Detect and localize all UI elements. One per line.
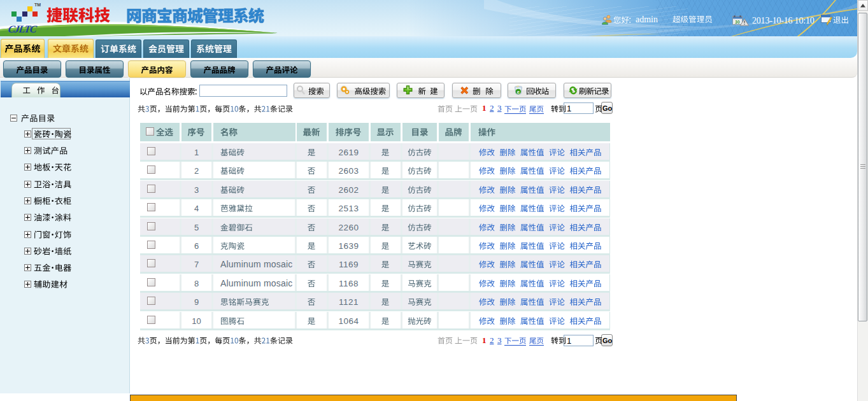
svg-text:e: e xyxy=(516,89,519,95)
svg-text:30: 30 xyxy=(735,20,740,24)
